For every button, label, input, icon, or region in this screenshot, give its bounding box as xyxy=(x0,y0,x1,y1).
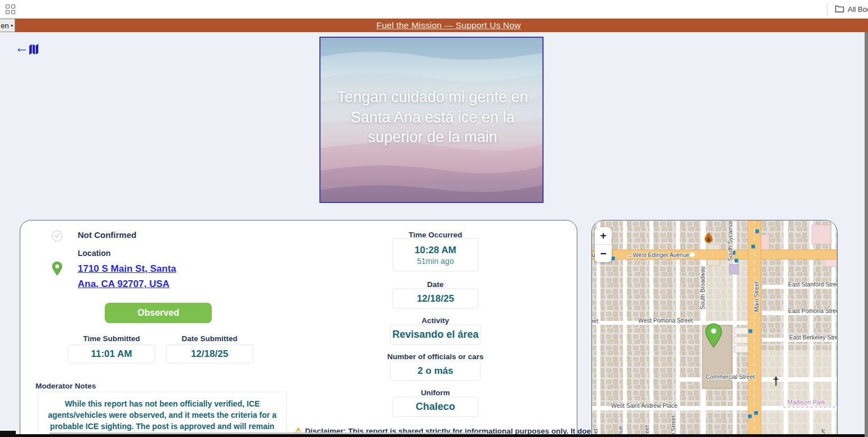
map-view-icon[interactable] xyxy=(29,43,39,58)
map-canvas: † ←West Edinger Avenue nue reet East Sta… xyxy=(592,220,838,437)
svg-text:South Broadway: South Broadway xyxy=(699,266,706,310)
time-ago: 51min ago xyxy=(417,257,453,266)
status-text: Not Confirmed xyxy=(78,230,136,240)
uniform-value: Chaleco xyxy=(393,398,478,416)
vertical-scrollbar[interactable] xyxy=(865,32,868,437)
svg-text:East Pomona Street: East Pomona Street xyxy=(788,307,838,314)
donation-banner: Fuel the Mission — Support Us Now xyxy=(0,19,868,32)
map[interactable]: † ←West Edinger Avenue nue reet East Sta… xyxy=(591,220,838,437)
svg-text:East Berkeley Street: East Berkeley Street xyxy=(789,334,838,341)
time-occurred-value: 10:28 AM xyxy=(415,245,456,256)
time-submitted-value: 11:01 AM xyxy=(69,345,154,363)
report-hero-image: Tengan cuidado mi gente en Santa Ana est… xyxy=(319,37,544,203)
zoom-in-button[interactable]: + xyxy=(595,227,612,245)
time-occurred-label: Time Occurred xyxy=(393,231,478,239)
all-bookmarks-label[interactable]: All Boo xyxy=(848,5,868,14)
svg-text:South Sycamore: South Sycamore xyxy=(727,220,733,261)
svg-text:Commercial Street: Commercial Street xyxy=(706,373,755,380)
svg-text:West Pomona Street: West Pomona Street xyxy=(638,317,693,324)
support-link[interactable]: Fuel the Mission — Support Us Now xyxy=(376,20,520,30)
moderator-notes-label: Moderator Notes xyxy=(35,382,96,390)
apps-grid-icon[interactable] xyxy=(6,5,15,14)
activity-value: Revisando el área xyxy=(391,325,480,344)
time-submitted-label: Time Submitted xyxy=(69,334,154,343)
officials-value: 2 o más xyxy=(391,361,480,380)
officials-label: Number of officials or cars xyxy=(379,352,492,361)
time-occurred-box: 10:28 AM 51min ago xyxy=(393,239,478,271)
page: All Boo Fuel the Mission — Support Us No… xyxy=(0,0,868,437)
map-zoom-control: + − xyxy=(595,227,612,262)
svg-text:Madison Park: Madison Park xyxy=(787,399,826,405)
location-label: Location xyxy=(78,249,110,258)
uniform-label: Uniform xyxy=(393,389,478,397)
date-value: 12/18/25 xyxy=(393,289,478,308)
date-submitted-label: Date Submitted xyxy=(167,334,252,343)
folder-icon[interactable] xyxy=(835,5,844,15)
bookmarks-bar xyxy=(0,0,868,19)
svg-text:reet: reet xyxy=(592,317,598,324)
svg-text:Main Street: Main Street xyxy=(753,281,760,312)
dropdown-arrow-icon: ▼ xyxy=(10,24,14,28)
bookmarks-divider xyxy=(827,3,827,15)
activity-label: Activity xyxy=(393,316,478,325)
location-pin-icon xyxy=(51,261,63,279)
language-value: en xyxy=(1,21,8,30)
language-select[interactable]: en ▼ xyxy=(0,19,15,32)
svg-text:←West Edinger Avenue: ←West Edinger Avenue xyxy=(627,251,689,258)
svg-text:West Saint Andrew Place: West Saint Andrew Place xyxy=(611,402,678,409)
verified-badge-icon xyxy=(51,229,64,245)
moderator-notes-text: While this report has not been officiall… xyxy=(38,392,286,437)
date-label: Date xyxy=(393,280,478,289)
church-cross-icon: † xyxy=(773,375,779,387)
observed-button[interactable]: Observed xyxy=(105,303,212,323)
location-link[interactable]: 1710 S Main St, Santa Ana, CA 92707, USA xyxy=(78,261,196,292)
date-submitted-value: 12/18/25 xyxy=(167,345,252,363)
bottom-bar xyxy=(0,434,868,437)
location-line1[interactable]: 1710 S Main St, Santa xyxy=(78,261,196,276)
location-line2[interactable]: Ana, CA 92707, USA xyxy=(78,276,196,292)
svg-text:East Stanford Street: East Stanford Street xyxy=(788,281,838,288)
hero-caption: Tengan cuidado mi gente en Santa Ana est… xyxy=(337,87,528,148)
back-button[interactable]: ← xyxy=(15,41,29,55)
zoom-out-button[interactable]: − xyxy=(595,245,612,262)
